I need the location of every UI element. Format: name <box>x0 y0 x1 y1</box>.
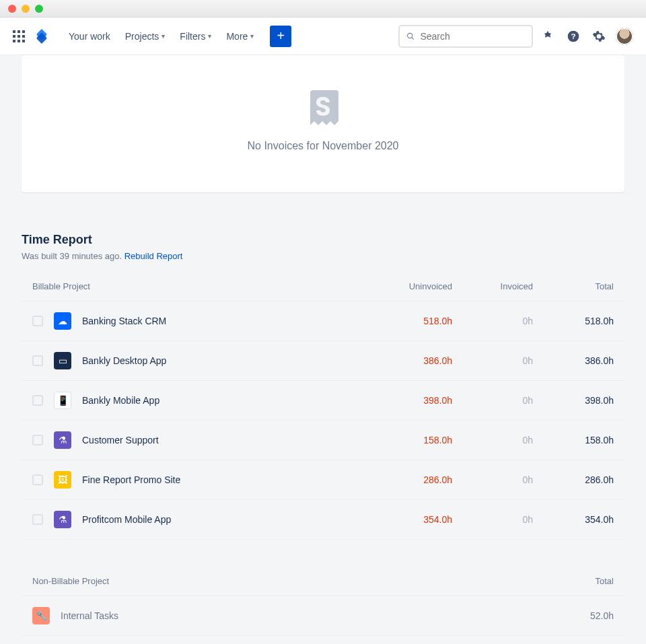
uninvoiced-value: 386.0h <box>369 341 463 381</box>
project-name: Bankly Desktop App <box>82 355 166 366</box>
project-name: Internal Tasks <box>61 610 118 621</box>
svg-rect-3 <box>13 35 15 38</box>
top-nav: Your work Projects▾ Filters▾ More▾ + ? <box>0 17 646 55</box>
project-name: Banking Stack CRM <box>82 316 166 326</box>
project-icon: 🔧 <box>32 607 50 624</box>
invoices-empty-card: No Invoices for November 2020 <box>22 55 624 192</box>
nav-projects[interactable]: Projects▾ <box>120 27 171 46</box>
nav-filters-label: Filters <box>180 31 205 42</box>
project-name: Bankly Mobile App <box>82 395 159 406</box>
col-invoiced: Invoiced <box>463 275 544 301</box>
nav-your-work-label: Your work <box>69 31 110 42</box>
invoice-empty-icon <box>306 89 340 127</box>
invoiced-value: 0h <box>463 301 544 341</box>
svg-rect-8 <box>22 40 25 42</box>
jira-logo-icon[interactable] <box>34 28 50 44</box>
invoiced-value: 0h <box>463 500 544 540</box>
nav-projects-label: Projects <box>125 31 159 42</box>
col-uninvoiced: Uninvoiced <box>369 275 463 301</box>
invoiced-value: 0h <box>463 460 544 500</box>
notifications-icon[interactable] <box>537 26 559 47</box>
svg-line-10 <box>412 37 414 39</box>
row-checkbox[interactable] <box>32 395 43 406</box>
app-switcher-icon[interactable] <box>11 28 27 44</box>
total-value: 354.0h <box>544 500 624 540</box>
settings-icon[interactable] <box>588 26 610 47</box>
project-icon: ⚗ <box>54 431 71 449</box>
project-icon: 📱 <box>54 392 71 409</box>
invoiced-value: 0h <box>463 421 544 460</box>
invoiced-value: 0h <box>463 381 544 421</box>
row-checkbox[interactable] <box>32 355 43 366</box>
close-window-icon[interactable] <box>8 5 16 13</box>
invoiced-value: 0h <box>463 341 544 381</box>
nav-your-work[interactable]: Your work <box>63 27 116 46</box>
svg-rect-1 <box>17 30 20 33</box>
empty-state-message: No Invoices for November 2020 <box>248 140 399 152</box>
project-name: Customer Support <box>82 435 159 445</box>
nav-more-label: More <box>226 31 248 42</box>
project-name: Fine Report Promo Site <box>82 474 180 485</box>
time-report-title: Time Report <box>22 233 624 247</box>
help-icon[interactable]: ? <box>563 26 584 47</box>
row-checkbox[interactable] <box>32 435 43 445</box>
total-value: 52.0h <box>544 596 624 636</box>
built-ago-text: Was built 39 minutes ago. <box>22 251 124 261</box>
project-icon: ☁ <box>54 312 71 330</box>
col-total: Total <box>544 275 624 301</box>
create-button[interactable]: + <box>270 26 291 47</box>
chevron-down-icon: ▾ <box>162 32 165 40</box>
uninvoiced-value: 354.0h <box>369 500 463 540</box>
search-icon <box>406 32 415 41</box>
svg-rect-2 <box>22 30 25 33</box>
billable-table: Billable Project Uninvoiced Invoiced Tot… <box>22 275 624 540</box>
total-value: 386.0h <box>544 341 624 381</box>
table-row[interactable]: ☁Banking Stack CRM518.0h0h518.0h <box>22 301 624 341</box>
project-icon: ⚗ <box>54 511 71 528</box>
project-icon: ▭ <box>54 352 71 369</box>
svg-rect-7 <box>17 40 20 42</box>
maximize-window-icon[interactable] <box>35 5 43 13</box>
rebuild-report-link[interactable]: Rebuild Report <box>124 251 183 261</box>
svg-rect-4 <box>17 35 20 38</box>
uninvoiced-value: 398.0h <box>369 381 463 421</box>
svg-point-9 <box>408 33 412 38</box>
minimize-window-icon[interactable] <box>22 5 30 13</box>
project-name: Profitcom Mobile App <box>82 514 171 525</box>
row-checkbox[interactable] <box>32 474 43 485</box>
project-icon: 🖼 <box>54 471 71 489</box>
uninvoiced-value: 518.0h <box>369 301 463 341</box>
uninvoiced-value: 158.0h <box>369 421 463 460</box>
row-checkbox[interactable] <box>32 514 43 525</box>
search-input[interactable] <box>398 25 533 48</box>
chevron-down-icon: ▾ <box>208 32 211 40</box>
svg-rect-6 <box>13 40 15 42</box>
col-billable-project: Billable Project <box>22 275 369 301</box>
table-row[interactable]: 🖼Fine Report Promo Site286.0h0h286.0h <box>22 460 624 500</box>
search-field[interactable] <box>420 31 525 42</box>
table-row[interactable]: ▭Bankly Desktop App386.0h0h386.0h <box>22 341 624 381</box>
nav-more[interactable]: More▾ <box>221 27 259 46</box>
nonbillable-table: Non-Billable Project Total 🔧Internal Tas… <box>22 553 624 636</box>
avatar[interactable] <box>614 26 635 47</box>
total-value: 518.0h <box>544 301 624 341</box>
table-row[interactable]: 📱Bankly Mobile App398.0h0h398.0h <box>22 381 624 421</box>
time-report-subtitle: Was built 39 minutes ago. Rebuild Report <box>22 251 624 261</box>
total-value: 398.0h <box>544 381 624 421</box>
chevron-down-icon: ▾ <box>250 32 254 40</box>
col-nonbillable-project: Non-Billable Project <box>22 553 544 596</box>
table-row[interactable]: ⚗Customer Support158.0h0h158.0h <box>22 421 624 460</box>
total-value: 286.0h <box>544 460 624 500</box>
svg-rect-5 <box>22 35 25 38</box>
nav-filters[interactable]: Filters▾ <box>174 27 217 46</box>
col-nb-total: Total <box>544 553 624 596</box>
table-row[interactable]: 🔧Internal Tasks52.0h <box>22 596 624 636</box>
window-chrome <box>0 0 646 17</box>
row-checkbox[interactable] <box>32 316 43 326</box>
svg-text:?: ? <box>571 32 575 40</box>
user-avatar-icon <box>616 28 633 45</box>
table-row[interactable]: ⚗Profitcom Mobile App354.0h0h354.0h <box>22 500 624 540</box>
svg-rect-0 <box>13 30 15 33</box>
total-value: 158.0h <box>544 421 624 460</box>
uninvoiced-value: 286.0h <box>369 460 463 500</box>
